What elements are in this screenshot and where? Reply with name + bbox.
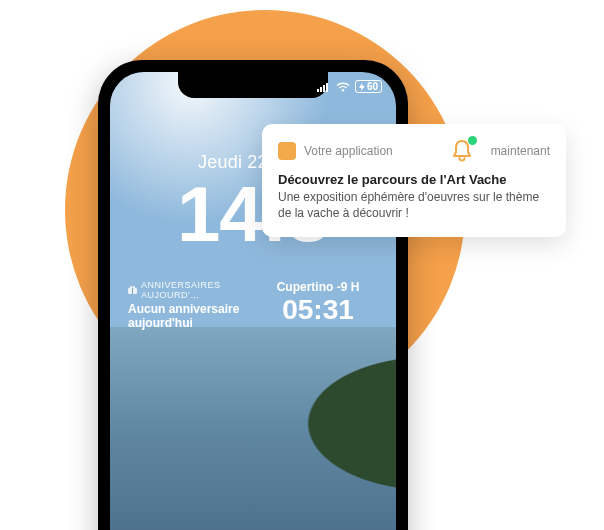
signal-icon bbox=[317, 82, 331, 92]
birthdays-body: Aucun anniversaire aujourd'hui bbox=[128, 302, 248, 331]
push-notification[interactable]: Votre application maintenant Découvrez l… bbox=[262, 124, 566, 237]
bell-icon bbox=[449, 138, 475, 164]
birthdays-header: ANNIVERSAIRES AUJOURD'… bbox=[141, 280, 248, 300]
phone-notch bbox=[178, 72, 328, 98]
world-clock-city: Cupertino -9 H bbox=[258, 280, 378, 294]
notification-timestamp: maintenant bbox=[491, 144, 550, 158]
notification-body: Une exposition éphémère d'oeuvres sur le… bbox=[278, 189, 550, 221]
battery-percentage: 60 bbox=[367, 81, 378, 92]
gift-icon bbox=[128, 285, 137, 296]
wifi-icon bbox=[336, 82, 350, 92]
svg-rect-6 bbox=[132, 288, 133, 294]
notification-title: Découvrez le parcours de l'Art Vache bbox=[278, 172, 550, 187]
svg-point-4 bbox=[342, 89, 344, 91]
notification-app-name: Votre application bbox=[304, 144, 393, 158]
notification-header: Votre application maintenant bbox=[278, 138, 550, 164]
birthdays-widget[interactable]: ANNIVERSAIRES AUJOURD'… Aucun anniversai… bbox=[128, 280, 248, 331]
battery-indicator: 60 bbox=[355, 80, 382, 93]
notification-app-icon bbox=[278, 142, 296, 160]
bell-badge-dot bbox=[468, 136, 477, 145]
svg-rect-2 bbox=[323, 85, 325, 92]
svg-rect-3 bbox=[326, 83, 328, 92]
status-bar: 60 bbox=[317, 80, 382, 93]
battery-bolt-icon bbox=[359, 83, 365, 91]
svg-rect-0 bbox=[317, 89, 319, 92]
world-clock-time: 05:31 bbox=[258, 296, 378, 324]
world-clock-widget[interactable]: Cupertino -9 H 05:31 bbox=[258, 280, 378, 331]
lockscreen-widgets: ANNIVERSAIRES AUJOURD'… Aucun anniversai… bbox=[128, 280, 378, 331]
svg-rect-1 bbox=[320, 87, 322, 92]
